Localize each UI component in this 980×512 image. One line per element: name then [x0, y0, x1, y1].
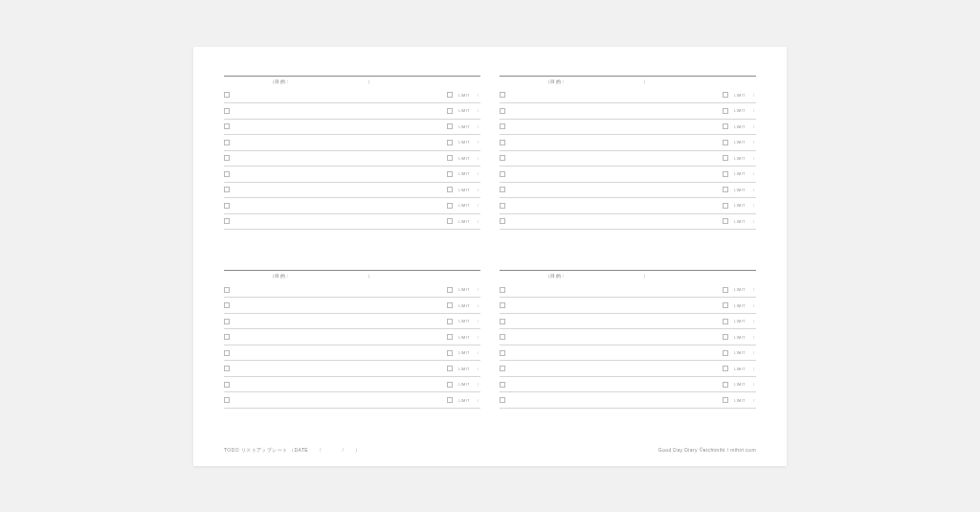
checkbox-icon[interactable]	[500, 350, 505, 356]
limit-checkbox-icon[interactable]	[723, 140, 728, 145]
checkbox-icon[interactable]	[500, 302, 505, 308]
limit-checkbox-icon[interactable]	[447, 155, 453, 161]
limit-sep: /	[478, 124, 479, 129]
limit-sep: /	[753, 319, 754, 323]
checkbox-icon[interactable]	[500, 187, 505, 192]
checkbox-icon[interactable]	[224, 123, 230, 129]
limit-checkbox-icon[interactable]	[447, 203, 453, 209]
checkbox-icon[interactable]	[500, 218, 505, 224]
limit-checkbox-icon[interactable]	[447, 350, 453, 356]
limit-checkbox-icon[interactable]	[447, 218, 453, 224]
checkbox-icon[interactable]	[500, 123, 505, 129]
limit-label: LIMIT	[458, 367, 470, 371]
limit-checkbox-icon[interactable]	[723, 350, 728, 356]
limit-checkbox-icon[interactable]	[447, 366, 453, 371]
checkbox-icon[interactable]	[500, 319, 505, 324]
limit-checkbox-icon[interactable]	[723, 123, 728, 129]
limit-sep: /	[753, 219, 754, 224]
checkbox-icon[interactable]	[500, 203, 505, 209]
checkbox-icon[interactable]	[500, 287, 505, 293]
limit-checkbox-icon[interactable]	[723, 187, 728, 192]
checkbox-icon[interactable]	[224, 350, 230, 356]
checkbox-icon[interactable]	[224, 334, 230, 340]
checkbox-icon[interactable]	[224, 171, 230, 177]
checkbox-icon[interactable]	[224, 203, 230, 209]
checkbox-icon[interactable]	[224, 382, 230, 388]
limit-sep: /	[753, 287, 754, 292]
limit-sep: /	[478, 287, 479, 292]
todo-row: LIMIT/	[224, 135, 480, 151]
section-4: （目的： ） LIMIT/ LIMIT/ LIMIT/ LIMIT/ LIMIT…	[500, 270, 756, 439]
checkbox-icon[interactable]	[500, 397, 505, 403]
section-purpose-close: ）	[368, 274, 372, 278]
limit-sep: /	[478, 203, 479, 208]
checkbox-icon[interactable]	[500, 171, 505, 177]
checkbox-icon[interactable]	[224, 319, 230, 324]
section-2: （目的： ） LIMIT/ LIMIT/ LIMIT/ LIMIT/ LIMIT…	[500, 76, 756, 260]
limit-checkbox-icon[interactable]	[723, 171, 728, 177]
todo-row: LIMIT/	[500, 314, 756, 330]
checkbox-icon[interactable]	[224, 108, 230, 114]
limit-checkbox-icon[interactable]	[723, 334, 728, 340]
section-header: （目的： ）	[224, 76, 480, 88]
checkbox-icon[interactable]	[224, 397, 230, 403]
limit-label: LIMIT	[458, 93, 470, 98]
limit-checkbox-icon[interactable]	[447, 187, 453, 192]
limit-checkbox-icon[interactable]	[447, 397, 453, 403]
checkbox-icon[interactable]	[224, 302, 230, 308]
limit-label: LIMIT	[734, 382, 746, 387]
checkbox-icon[interactable]	[500, 140, 505, 145]
limit-checkbox-icon[interactable]	[723, 366, 728, 371]
limit-sep: /	[753, 335, 754, 340]
limit-checkbox-icon[interactable]	[447, 319, 453, 324]
checkbox-icon[interactable]	[224, 187, 230, 192]
limit-checkbox-icon[interactable]	[723, 92, 728, 98]
limit-checkbox-icon[interactable]	[723, 108, 728, 114]
limit-checkbox-icon[interactable]	[723, 397, 728, 403]
limit-sep: /	[478, 303, 479, 308]
limit-label: LIMIT	[458, 203, 470, 208]
footer: TODO リストアップシート （DATE / / ） Good Day Diar…	[224, 447, 756, 453]
limit-checkbox-icon[interactable]	[447, 108, 453, 114]
checkbox-icon[interactable]	[500, 92, 505, 98]
limit-checkbox-icon[interactable]	[723, 302, 728, 308]
limit-checkbox-icon[interactable]	[723, 319, 728, 324]
checkbox-icon[interactable]	[224, 92, 230, 98]
todo-row: LIMIT/	[500, 345, 756, 362]
checkbox-icon[interactable]	[224, 155, 230, 161]
checkbox-icon[interactable]	[224, 287, 230, 293]
checkbox-icon[interactable]	[500, 382, 505, 388]
checkbox-icon[interactable]	[500, 108, 505, 114]
limit-checkbox-icon[interactable]	[447, 287, 453, 293]
limit-sep: /	[478, 108, 479, 113]
limit-sep: /	[753, 140, 754, 145]
checkbox-icon[interactable]	[224, 218, 230, 224]
limit-checkbox-icon[interactable]	[723, 203, 728, 209]
limit-label: LIMIT	[734, 124, 746, 129]
limit-checkbox-icon[interactable]	[447, 302, 453, 308]
limit-checkbox-icon[interactable]	[723, 218, 728, 224]
limit-checkbox-icon[interactable]	[447, 334, 453, 340]
checkbox-icon[interactable]	[224, 140, 230, 145]
limit-checkbox-icon[interactable]	[723, 382, 728, 388]
checkbox-icon[interactable]	[224, 366, 230, 371]
todo-row: LIMIT/	[224, 392, 480, 409]
limit-checkbox-icon[interactable]	[447, 171, 453, 177]
checkbox-icon[interactable]	[500, 334, 505, 340]
section-purpose-label: （目的：	[270, 79, 291, 84]
todo-row: LIMIT/	[500, 298, 756, 314]
checkbox-icon[interactable]	[500, 155, 505, 161]
section-rows: LIMIT/ LIMIT/ LIMIT/ LIMIT/ LIMIT/ LIMIT…	[500, 88, 756, 231]
limit-checkbox-icon[interactable]	[447, 382, 453, 388]
todo-row: LIMIT/	[224, 214, 480, 231]
limit-checkbox-icon[interactable]	[723, 287, 728, 293]
limit-checkbox-icon[interactable]	[447, 92, 453, 98]
section-purpose-close: ）	[643, 274, 648, 278]
limit-sep: /	[478, 398, 479, 403]
checkbox-icon[interactable]	[500, 366, 505, 371]
limit-checkbox-icon[interactable]	[723, 155, 728, 161]
limit-label: LIMIT	[458, 287, 470, 292]
limit-label: LIMIT	[458, 171, 470, 176]
limit-checkbox-icon[interactable]	[447, 140, 453, 145]
limit-checkbox-icon[interactable]	[447, 123, 453, 129]
